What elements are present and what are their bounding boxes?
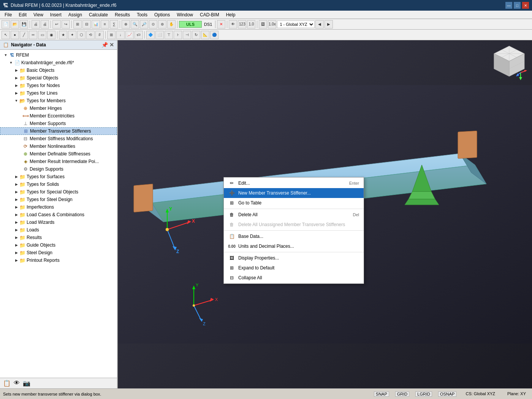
tree-item-basic-objects[interactable]: ▶ 📁 Basic Objects bbox=[0, 66, 117, 74]
annotate-button[interactable]: 🏷 bbox=[135, 31, 143, 39]
expand-arrow[interactable]: ▶ bbox=[14, 190, 19, 194]
ctx-units[interactable]: 0.00 Units and Decimal Places... bbox=[224, 241, 364, 251]
close-button[interactable]: ✕ bbox=[522, 2, 529, 9]
table2-button[interactable]: ⊟ bbox=[82, 20, 91, 28]
num2-button[interactable]: 1.0 bbox=[247, 20, 255, 28]
expand-arrow[interactable]: ▶ bbox=[14, 228, 19, 232]
expand-arrow[interactable]: ▼ bbox=[8, 61, 14, 65]
ctx-display-props[interactable]: 🖼 Display Properties... bbox=[224, 253, 364, 263]
save-button[interactable]: 💾 bbox=[20, 20, 28, 28]
expand-arrow[interactable]: ▶ bbox=[14, 91, 19, 95]
move-button[interactable]: ✋ bbox=[167, 20, 176, 28]
tree-item-member-eccentricities[interactable]: ⟺ Member Eccentricities bbox=[0, 112, 117, 120]
menu-options[interactable]: Options bbox=[151, 11, 173, 19]
view-top[interactable]: ⊤ bbox=[165, 31, 173, 39]
grid-button[interactable]: ⊞ bbox=[107, 31, 116, 39]
measure-button[interactable]: 📐 bbox=[201, 31, 209, 39]
load-button[interactable]: ↓ bbox=[116, 31, 125, 39]
tree-item-steel-design[interactable]: ▶ 📁 Steel Design bbox=[0, 249, 117, 256]
menu-tools[interactable]: Tools bbox=[134, 11, 150, 19]
tree-item-results[interactable]: ▶ 📁 Results bbox=[0, 234, 117, 241]
tree-item-rfem[interactable]: ▼ 🏗 RFEM bbox=[0, 51, 117, 59]
maximize-button[interactable]: □ bbox=[514, 2, 521, 9]
ctx-new-stiffener[interactable]: ➕ New Member Transverse Stiffener... bbox=[224, 188, 364, 198]
zoom3-button[interactable]: ⊙ bbox=[149, 20, 157, 28]
zoom-button[interactable]: 🔍 bbox=[131, 20, 139, 28]
tree-item-types-nodes[interactable]: ▶ 📁 Types for Nodes bbox=[0, 82, 117, 89]
ctx-base-data[interactable]: 📋 Base Data... bbox=[224, 231, 364, 241]
expand-arrow[interactable]: ▶ bbox=[14, 76, 19, 80]
rotate-button[interactable]: ↻ bbox=[192, 31, 200, 39]
tree-item-printout-reports[interactable]: ▶ 📁 Printout Reports bbox=[0, 256, 117, 264]
view-side[interactable]: ⊣ bbox=[183, 31, 191, 39]
minimize-button[interactable]: — bbox=[505, 2, 512, 9]
print2-button[interactable]: 🖨 bbox=[41, 20, 49, 28]
modify-button[interactable]: ⟲ bbox=[86, 31, 95, 39]
redo-button[interactable]: ↪ bbox=[62, 20, 70, 28]
tree-item-load-cases[interactable]: ▶ 📁 Load Cases & Combinations bbox=[0, 211, 117, 218]
ctx-expand-default[interactable]: ⊞ Expand to Default bbox=[224, 263, 364, 273]
tree-item-special-objects[interactable]: ▶ 📁 Special Objects bbox=[0, 74, 117, 82]
tree-item-project[interactable]: ▼ 📄 Kranbahnträger_ende.rf6* bbox=[0, 59, 117, 66]
view3d-button[interactable]: 🔷 bbox=[146, 31, 155, 39]
view-front[interactable]: ⊦ bbox=[174, 31, 182, 39]
title-bar-controls[interactable]: — □ ✕ bbox=[505, 2, 529, 9]
tree-item-loads[interactable]: ▶ 📁 Loads bbox=[0, 226, 117, 234]
expand-arrow[interactable]: ▶ bbox=[14, 243, 19, 247]
table-button[interactable]: ⊞ bbox=[73, 20, 82, 28]
tree-item-types-steel-design[interactable]: ▶ 📁 Types for Steel Design bbox=[0, 196, 117, 203]
tree-item-member-nonlinearities[interactable]: ⟳ Member Nonlinearities bbox=[0, 142, 117, 150]
render2-button[interactable]: 1.0x bbox=[268, 20, 276, 28]
select-button[interactable]: ↖ bbox=[2, 31, 10, 39]
expand-arrow[interactable]: ▶ bbox=[14, 205, 19, 209]
expand-arrow[interactable]: ▶ bbox=[14, 175, 19, 179]
tree-item-member-definable-stiffnesses[interactable]: ⊕ Member Definable Stiffnesses bbox=[0, 150, 117, 158]
solid-button[interactable]: ◉ bbox=[47, 31, 55, 39]
ctx-collapse-all[interactable]: ⊟ Collapse All bbox=[224, 273, 364, 283]
view2d-button[interactable]: ⬜ bbox=[155, 31, 164, 39]
lgrid-indicator[interactable]: LGRID bbox=[415, 391, 432, 397]
surface-button[interactable]: ▭ bbox=[38, 31, 46, 39]
ctx-goto-table[interactable]: ⊞ Go to Table bbox=[224, 198, 364, 208]
menu-cadbim[interactable]: CAD-BIM bbox=[197, 11, 222, 19]
expand-arrow[interactable]: ▼ bbox=[3, 53, 8, 57]
tree-item-member-stiffness-modifications[interactable]: ⊟ Member Stiffness Modifications bbox=[0, 135, 117, 142]
osnap-indicator[interactable]: OSNAP bbox=[438, 391, 457, 397]
tree-item-types-special-objects[interactable]: ▶ 📁 Types for Special Objects bbox=[0, 188, 117, 196]
tree-item-load-wizards[interactable]: ▶ 📁 Load Wizards bbox=[0, 218, 117, 226]
special3-button[interactable]: ⬡ bbox=[77, 31, 86, 39]
tree-item-design-supports[interactable]: ⚙ Design Supports bbox=[0, 165, 117, 173]
axis-button[interactable]: ⊕ bbox=[122, 20, 130, 28]
tree-item-member-transverse-stiffeners[interactable]: ▶ ⊞ Member Transverse Stiffeners bbox=[0, 127, 117, 135]
tree-item-types-solids[interactable]: ▶ 📁 Types for Solids bbox=[0, 180, 117, 188]
tree-item-types-surfaces[interactable]: ▶ 📁 Types for Surfaces bbox=[0, 173, 117, 180]
expand-arrow[interactable]: ▶ bbox=[14, 84, 19, 87]
nav-cube[interactable] bbox=[490, 44, 528, 82]
result-button[interactable]: 📈 bbox=[125, 31, 134, 39]
special-button[interactable]: ★ bbox=[59, 31, 67, 39]
menu-view[interactable]: View bbox=[30, 11, 46, 19]
eye-button[interactable]: 👁 bbox=[229, 20, 237, 28]
menu-results[interactable]: Results bbox=[112, 11, 133, 19]
nav-camera-icon[interactable]: 📷 bbox=[23, 380, 30, 387]
snap-indicator[interactable]: SNAP bbox=[374, 391, 389, 397]
calc-button[interactable]: ≡ bbox=[101, 20, 109, 28]
coord-select[interactable]: 1 - Global XYZ bbox=[277, 21, 315, 28]
nav-pin-icon[interactable]: 📌 bbox=[101, 42, 108, 48]
coord-prev[interactable]: ◀ bbox=[315, 20, 324, 28]
calc2-button[interactable]: ∑ bbox=[110, 20, 118, 28]
number-button[interactable]: # bbox=[95, 31, 104, 39]
expand-arrow[interactable]: ▶ bbox=[14, 251, 19, 255]
tree-item-guide-objects[interactable]: ▶ 📁 Guide Objects bbox=[0, 241, 117, 249]
menu-window[interactable]: Window bbox=[174, 11, 196, 19]
member-button[interactable]: ═ bbox=[29, 31, 37, 39]
tree-item-imperfections[interactable]: ▶ 📁 Imperfections bbox=[0, 203, 117, 211]
coord-next[interactable]: ▶ bbox=[325, 20, 333, 28]
tree-item-types-members[interactable]: ▼ 📂 Types for Members bbox=[0, 97, 117, 104]
nav-close-icon[interactable]: ✕ bbox=[109, 42, 114, 48]
num-button[interactable]: 123 bbox=[238, 20, 246, 28]
expand-arrow[interactable]: ▶ bbox=[14, 198, 19, 201]
menu-file[interactable]: File bbox=[2, 11, 15, 19]
expand-arrow[interactable]: ▼ bbox=[14, 99, 19, 103]
render-button[interactable]: 🖼 bbox=[259, 20, 267, 28]
